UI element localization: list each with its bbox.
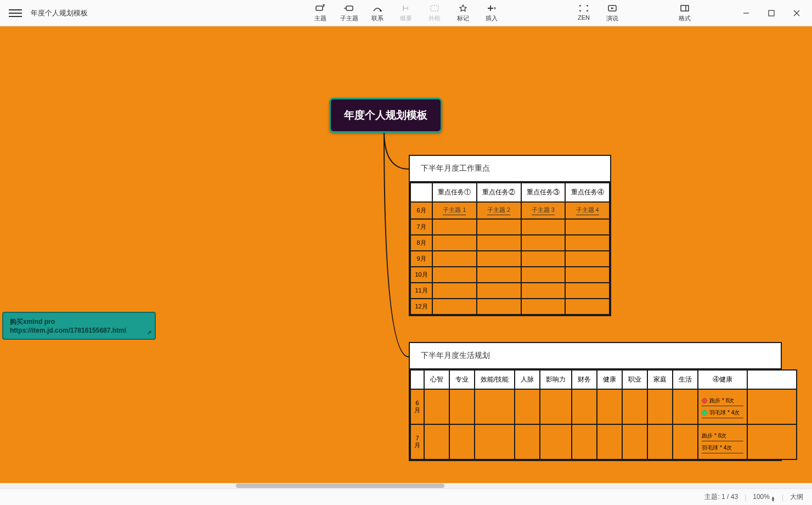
- toolbar-subtopic[interactable]: 子主题: [338, 3, 360, 23]
- toolbar-relation[interactable]: 联系: [366, 3, 388, 23]
- health-item[interactable]: 羽毛球 * 4次: [702, 408, 743, 418]
- svg-rect-4: [681, 5, 689, 11]
- statusbar: 主题: 1 / 43 | 100%▲▼ | 大纲: [0, 489, 812, 505]
- marker-circle-green: [702, 410, 707, 416]
- window-minimize[interactable]: [735, 5, 757, 21]
- panel-title: 下半年月度生活规划: [410, 343, 781, 369]
- outline-button[interactable]: 大纲: [790, 492, 803, 502]
- table-row: 7月: [410, 219, 610, 235]
- panel-title: 下半年月度工作重点: [410, 156, 610, 182]
- toolbar-marker[interactable]: 标记: [452, 3, 474, 23]
- work-table: 重点任务① 重点任务② 重点任务③ 重点任务④ 6月 子主题 1 子主题 2 子…: [410, 182, 610, 315]
- marker-icon: [458, 3, 468, 13]
- window-maximize[interactable]: [760, 5, 782, 21]
- panel-work-focus[interactable]: 下半年月度工作重点 重点任务① 重点任务② 重点任务③ 重点任务④ 6月 子主题…: [409, 155, 611, 316]
- svg-rect-0: [316, 6, 323, 10]
- present-icon: [607, 3, 617, 13]
- insert-icon: [487, 3, 497, 13]
- panel-life-plan[interactable]: 下半年月度生活规划 心智 专业 效能/技能 人脉 影响力 财务 健康 职业 家庭…: [409, 342, 782, 461]
- health-item[interactable]: 跑步 * 8次: [702, 431, 743, 441]
- relation-icon: [373, 3, 382, 13]
- topic-count-label: 主题: 1 / 43: [704, 492, 738, 502]
- canvas[interactable]: 年度个人规划模板 购买xmind pro https://item.jd.com…: [0, 26, 812, 489]
- toolbar-zen[interactable]: ZEN: [573, 3, 595, 23]
- table-row: 6月 子主题 1 子主题 2 子主题 3 子主题 4: [410, 202, 610, 219]
- table-row: 6月 跑步 * 8次 羽毛球 * 4次: [410, 389, 797, 424]
- svg-rect-1: [346, 6, 353, 10]
- document-title: 年度个人规划模板: [31, 8, 88, 18]
- horizontal-scrollbar[interactable]: [0, 483, 812, 489]
- central-topic[interactable]: 年度个人规划模板: [329, 98, 442, 133]
- toolbar-format[interactable]: 格式: [674, 3, 696, 23]
- health-item[interactable]: 跑步 * 8次: [702, 396, 743, 406]
- table-row: 8月: [410, 235, 610, 251]
- table-row: 12月: [410, 299, 610, 315]
- external-link-icon[interactable]: ↗: [147, 329, 151, 335]
- toolbar-right: ZEN 演说 格式: [529, 3, 808, 23]
- toolbar-summary: 概要: [395, 3, 417, 23]
- toolbar-center: 主题 子主题 联系 概要 外框 标记 插入: [309, 3, 503, 23]
- table-row: 10月: [410, 267, 610, 283]
- toolbar-insert[interactable]: 插入: [481, 3, 503, 23]
- format-icon: [680, 3, 690, 13]
- health-item[interactable]: 羽毛球 * 4次: [702, 443, 743, 453]
- svg-rect-5: [769, 10, 774, 16]
- svg-rect-2: [431, 5, 438, 11]
- marker-circle-red: [702, 398, 707, 403]
- window-close[interactable]: [786, 5, 808, 21]
- table-row: 7月 跑步 * 8次 羽毛球 * 4次: [410, 424, 797, 459]
- table-header-row: 重点任务① 重点任务② 重点任务③ 重点任务④: [410, 183, 610, 202]
- zoom-level[interactable]: 100%▲▼: [753, 493, 775, 502]
- table-row: 11月: [410, 283, 610, 299]
- boundary-icon: [430, 3, 439, 13]
- topic-icon: [315, 3, 325, 13]
- floating-topic[interactable]: 购买xmind pro https://item.jd.com/17816155…: [2, 312, 156, 340]
- titlebar: 年度个人规划模板 主题 子主题 联系 概要 外框 标记 插入: [0, 0, 812, 26]
- table-row: 9月: [410, 251, 610, 267]
- zen-icon: [579, 3, 589, 13]
- table-header-row: 心智 专业 效能/技能 人脉 影响力 财务 健康 职业 家庭 生活 ④健康: [410, 370, 797, 389]
- summary-icon: [401, 3, 411, 13]
- life-table: 心智 专业 效能/技能 人脉 影响力 财务 健康 职业 家庭 生活 ④健康 6月: [410, 369, 797, 460]
- zoom-stepper-icon[interactable]: ▲▼: [771, 496, 775, 502]
- toolbar-topic[interactable]: 主题: [309, 3, 331, 23]
- toolbar-boundary: 外框: [424, 3, 446, 23]
- subtopic-icon: [344, 3, 354, 13]
- scrollbar-thumb[interactable]: [236, 484, 444, 488]
- toolbar-present[interactable]: 演说: [601, 3, 623, 23]
- menu-icon[interactable]: [9, 7, 22, 20]
